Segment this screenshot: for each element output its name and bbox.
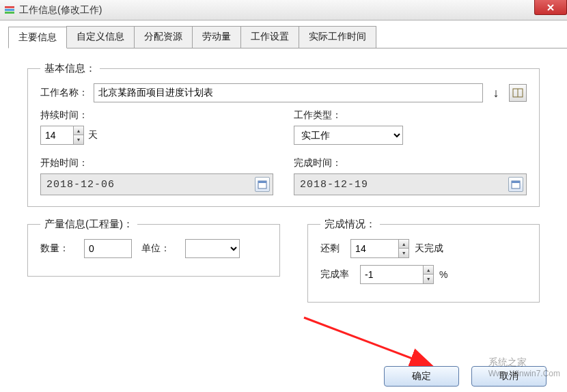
- end-date-input[interactable]: 2018-12-19: [294, 173, 527, 195]
- remain-label: 还剩: [320, 242, 340, 255]
- spin-up-icon[interactable]: ▲: [424, 266, 433, 275]
- output-legend: 产量信息(工程量)：: [40, 218, 137, 231]
- output-group: 产量信息(工程量)： 数量： 单位：: [27, 218, 280, 277]
- type-label: 工作类型：: [294, 109, 521, 122]
- basic-info-group: 基本信息： 工作名称： ↓ 持续时间： ▲▼ 天 工作类型: [27, 62, 540, 207]
- rate-input[interactable]: [360, 265, 423, 284]
- completion-legend: 完成情况：: [320, 218, 380, 231]
- spin-down-icon[interactable]: ▼: [74, 135, 83, 144]
- tab-main[interactable]: 主要信息: [8, 27, 67, 48]
- spin-down-icon[interactable]: ▼: [424, 275, 433, 283]
- close-icon: [547, 3, 555, 12]
- rate-label: 完成率: [320, 268, 349, 281]
- tab-actual-time[interactable]: 实际工作时间: [299, 26, 376, 48]
- svg-rect-2: [5, 12, 14, 14]
- svg-line-9: [304, 318, 430, 365]
- svg-rect-6: [258, 181, 266, 183]
- spin-down-icon[interactable]: ▼: [399, 249, 409, 257]
- calendar-icon[interactable]: [255, 177, 270, 192]
- title-bar: 工作信息(修改工作): [0, 0, 567, 20]
- end-label: 完成时间：: [294, 157, 521, 169]
- tab-settings[interactable]: 工作设置: [240, 26, 299, 48]
- unit-label: 单位：: [141, 242, 170, 255]
- duration-label: 持续时间：: [40, 109, 268, 122]
- duration-spinner[interactable]: ▲▼: [40, 126, 84, 145]
- tab-labor[interactable]: 劳动量: [192, 26, 241, 48]
- completion-group: 完成情况： 还剩 ▲▼ 天完成 完成率 ▲▼ %: [307, 218, 540, 303]
- ok-button[interactable]: 确定: [384, 366, 459, 387]
- cancel-button[interactable]: 取消: [471, 366, 547, 387]
- tab-custom[interactable]: 自定义信息: [66, 26, 135, 48]
- duration-input[interactable]: [40, 126, 73, 145]
- svg-rect-1: [5, 9, 14, 11]
- app-icon: [4, 5, 15, 16]
- rate-spinner[interactable]: ▲▼: [360, 265, 434, 284]
- remain-suffix: 天完成: [415, 242, 443, 255]
- remain-input[interactable]: [350, 239, 398, 258]
- start-date-input[interactable]: 2018-12-06: [40, 173, 273, 195]
- basic-legend: 基本信息：: [40, 62, 100, 75]
- start-date-value: 2018-12-06: [46, 179, 115, 191]
- tab-bar: 主要信息 自定义信息 分配资源 劳动量 工作设置 实际工作时间: [8, 26, 567, 48]
- close-button[interactable]: [534, 0, 567, 15]
- type-select[interactable]: 实工作: [294, 126, 403, 145]
- move-down-button[interactable]: ↓: [487, 84, 505, 102]
- rate-suffix: %: [439, 269, 447, 280]
- picker-button[interactable]: [509, 84, 527, 102]
- svg-rect-8: [512, 181, 520, 183]
- unit-select[interactable]: [185, 239, 240, 258]
- start-label: 开始时间：: [40, 157, 268, 169]
- name-input[interactable]: [94, 83, 483, 102]
- remain-spinner[interactable]: ▲▼: [350, 239, 409, 258]
- end-date-value: 2018-12-19: [300, 179, 368, 191]
- tab-resources[interactable]: 分配资源: [134, 26, 193, 48]
- svg-rect-0: [5, 6, 14, 8]
- spin-up-icon[interactable]: ▲: [74, 126, 83, 135]
- name-label: 工作名称：: [40, 87, 88, 99]
- calendar-icon[interactable]: [508, 177, 523, 192]
- columns-icon: [512, 87, 523, 98]
- footer-buttons: 确定 取消: [384, 366, 547, 387]
- qty-label: 数量：: [40, 242, 69, 255]
- qty-input[interactable]: [84, 239, 132, 258]
- duration-unit: 天: [88, 129, 98, 141]
- content-area: 基本信息： 工作名称： ↓ 持续时间： ▲▼ 天 工作类型: [0, 48, 567, 320]
- spin-up-icon[interactable]: ▲: [399, 240, 409, 249]
- window-title: 工作信息(修改工作): [19, 4, 102, 16]
